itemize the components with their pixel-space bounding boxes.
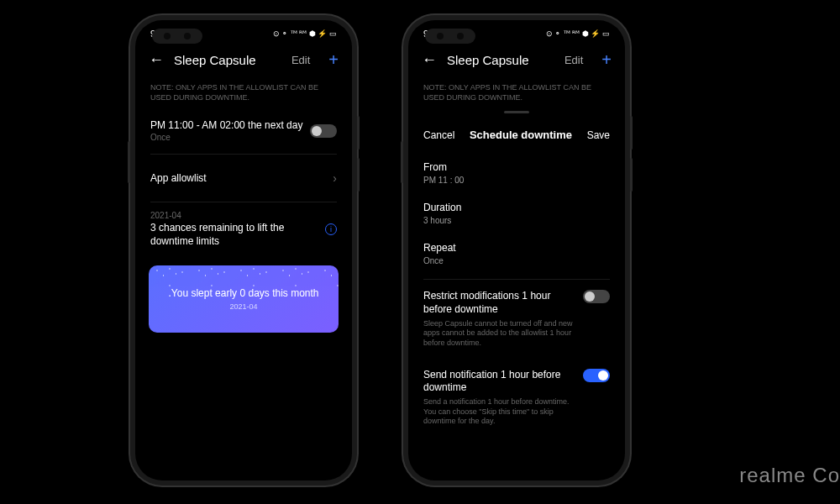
duration-label: Duration <box>423 202 610 213</box>
restrict-toggle[interactable] <box>583 290 610 303</box>
content-right: Cancel Schedule downtime Save From PM 11… <box>408 117 625 480</box>
schedule-time: PM 11:00 - AM 02:00 the next day <box>150 119 310 131</box>
edit-button[interactable]: Edit <box>564 54 583 66</box>
notify-desc: Send a notification 1 hour before downti… <box>423 397 575 427</box>
notify-title: Send notification 1 hour before downtime <box>423 369 575 395</box>
repeat-label: Repeat <box>423 242 610 254</box>
chances-msg: 3 chances remaining to lift the downtime… <box>150 222 325 248</box>
edit-button[interactable]: Edit <box>291 54 310 66</box>
volume-down-button[interactable] <box>630 158 633 192</box>
sleep-stats-text: .You slept early 0 days this month <box>169 287 319 299</box>
repeat-value: Once <box>423 256 610 265</box>
status-icons: ⊙ ⚬ ᵀᴹ ᴿᴹ ⬢ ⚡ ▭ <box>546 29 610 38</box>
watermark: realme Co <box>739 464 840 487</box>
power-button[interactable] <box>128 141 130 183</box>
add-button[interactable]: + <box>328 50 339 70</box>
save-button[interactable]: Save <box>587 129 610 141</box>
allowlist-label: App allowlist <box>150 172 333 184</box>
restrict-row: Restrict modifications 1 hour before dow… <box>408 280 625 358</box>
sleep-stats-card[interactable]: .You slept early 0 days this month 2021-… <box>149 265 339 333</box>
duration-section[interactable]: Duration 3 hours <box>408 193 625 234</box>
status-icons: ⊙ ⚬ ᵀᴹ ᴿᴹ ⬢ ⚡ ▭ <box>273 29 337 38</box>
content-left: PM 11:00 - AM 02:00 the next day Once Ap… <box>135 108 352 480</box>
chevron-right-icon: › <box>333 171 337 185</box>
allowlist-note: NOTE: ONLY APPS IN THE ALLOWLIST CAN BE … <box>135 78 352 108</box>
phone-right: 9:47 ⊙ ⚬ ᵀᴹ ᴿᴹ ⬢ ⚡ ▭ ← Sleep Capsule Edi… <box>403 15 630 486</box>
schedule-row[interactable]: PM 11:00 - AM 02:00 the next day Once <box>135 108 352 154</box>
restrict-desc: Sleep Capsule cannot be turned off and n… <box>423 319 575 349</box>
modal-title: Schedule downtime <box>454 129 586 141</box>
notify-toggle[interactable] <box>583 369 610 382</box>
page-title: Sleep Capsule <box>447 53 554 67</box>
page-title: Sleep Capsule <box>174 53 281 67</box>
back-icon[interactable]: ← <box>422 51 437 69</box>
app-header: ← Sleep Capsule Edit + <box>135 42 352 78</box>
power-button[interactable] <box>401 141 403 183</box>
info-icon[interactable]: i <box>325 223 337 235</box>
repeat-section[interactable]: Repeat Once <box>408 234 625 274</box>
allowlist-note: NOTE: ONLY APPS IN THE ALLOWLIST CAN BE … <box>408 78 625 108</box>
camera-notch <box>425 29 475 44</box>
app-header: ← Sleep Capsule Edit + <box>408 42 625 78</box>
duration-value: 3 hours <box>423 216 610 225</box>
screen-right: 9:47 ⊙ ⚬ ᵀᴹ ᴿᴹ ⬢ ⚡ ▭ ← Sleep Capsule Edi… <box>408 20 625 480</box>
volume-up-button[interactable] <box>630 116 633 150</box>
schedule-toggle[interactable] <box>310 124 337 138</box>
camera-notch <box>152 29 202 44</box>
from-section[interactable]: From PM 11 : 00 <box>408 153 625 193</box>
from-label: From <box>423 161 610 173</box>
volume-down-button[interactable] <box>357 158 360 192</box>
restrict-title: Restrict modifications 1 hour before dow… <box>423 290 575 316</box>
allowlist-row[interactable]: App allowlist › <box>135 155 352 202</box>
add-button[interactable]: + <box>601 50 612 70</box>
from-value: PM 11 : 00 <box>423 176 610 185</box>
volume-up-button[interactable] <box>357 116 360 150</box>
schedule-repeat: Once <box>150 133 310 142</box>
notify-row: Send notification 1 hour before downtime… <box>408 359 625 437</box>
cancel-button[interactable]: Cancel <box>423 129 454 141</box>
chances-row[interactable]: 2021-04 3 chances remaining to lift the … <box>135 202 352 256</box>
drag-handle[interactable] <box>504 111 529 113</box>
sleep-stats-date: 2021-04 <box>229 302 257 311</box>
chances-date: 2021-04 <box>150 211 325 220</box>
back-icon[interactable]: ← <box>149 51 164 69</box>
phone-left: 9:47 ⊙ ⚬ ᵀᴹ ᴿᴹ ⬢ ⚡ ▭ ← Sleep Capsule Edi… <box>130 15 357 486</box>
screen-left: 9:47 ⊙ ⚬ ᵀᴹ ᴿᴹ ⬢ ⚡ ▭ ← Sleep Capsule Edi… <box>135 20 352 480</box>
modal-header: Cancel Schedule downtime Save <box>408 117 625 153</box>
